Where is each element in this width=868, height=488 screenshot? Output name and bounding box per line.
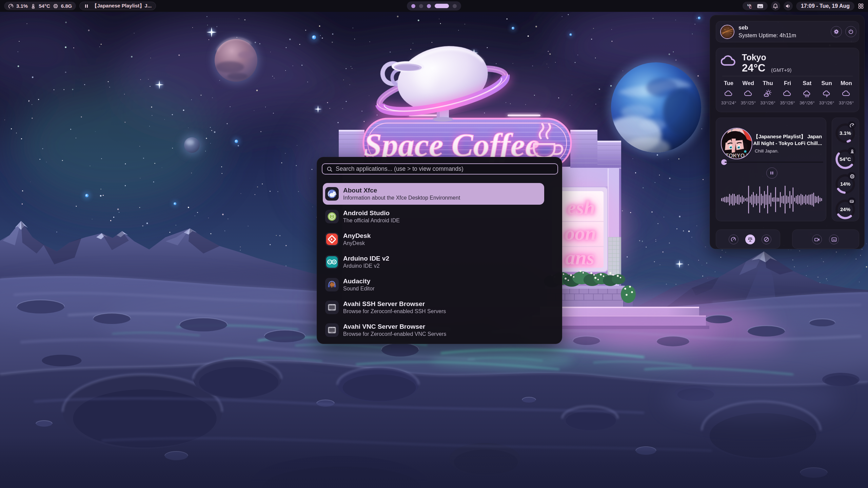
svg-text:TOKYO L: TOKYO L	[726, 153, 750, 159]
svg-text:C: C	[749, 5, 752, 9]
svg-text:oon: oon	[565, 222, 596, 244]
svg-text:ans: ans	[565, 246, 595, 269]
svg-text:esh: esh	[567, 196, 595, 219]
svg-text:3.1%: 3.1%	[840, 130, 851, 136]
svg-text:14%: 14%	[840, 181, 850, 187]
svg-text:24%: 24%	[840, 206, 850, 212]
svg-text:54°C: 54°C	[840, 156, 851, 162]
